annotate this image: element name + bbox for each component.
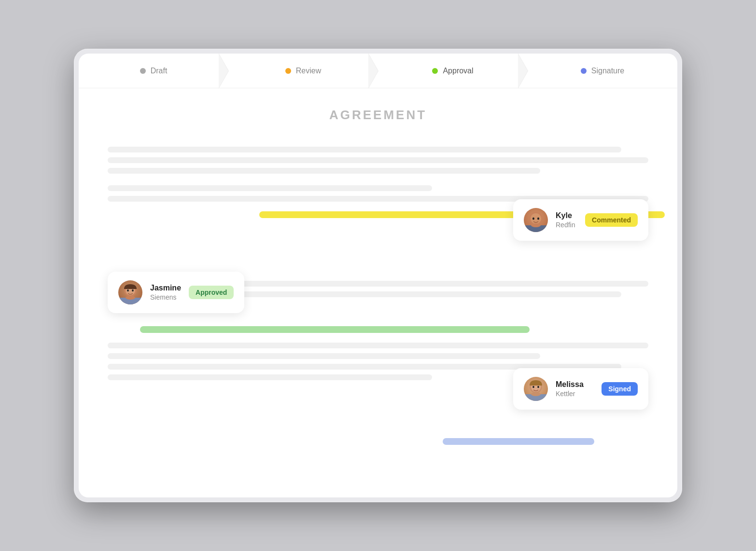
text-line <box>108 168 540 174</box>
text-line <box>108 147 621 152</box>
avatar-kyle <box>524 208 548 232</box>
avatar-jasmine <box>118 280 142 304</box>
stepper: Draft Review Approval Signature <box>79 54 677 88</box>
svg-point-3 <box>537 218 539 220</box>
kyle-info: Kyle Redfin <box>556 211 577 229</box>
approval-dot <box>432 68 438 74</box>
melissa-info: Melissa Kettler <box>556 380 594 398</box>
screen: Draft Review Approval Signature AGREEMEN… <box>79 54 677 497</box>
signature-dot <box>581 68 587 74</box>
svg-point-9 <box>132 289 134 291</box>
text-line <box>108 374 432 380</box>
jasmine-company: Siemens <box>150 293 181 301</box>
step-draft[interactable]: Draft <box>79 54 228 88</box>
svg-point-14 <box>532 386 534 388</box>
text-line <box>108 185 432 191</box>
svg-point-8 <box>127 289 129 291</box>
svg-point-15 <box>537 386 539 388</box>
card-melissa: Melissa Kettler Signed <box>513 368 648 410</box>
approval-label: Approval <box>443 67 473 75</box>
step-approval[interactable]: Approval <box>378 54 528 88</box>
highlight-bar-blue <box>443 438 594 445</box>
card-kyle: Kyle Redfin Commented <box>513 199 648 241</box>
melissa-name: Melissa <box>556 380 594 389</box>
device-frame: Draft Review Approval Signature AGREEMEN… <box>74 49 682 502</box>
signature-label: Signature <box>591 67 625 75</box>
draft-label: Draft <box>151 67 168 75</box>
avatar-melissa <box>524 377 548 401</box>
kyle-name: Kyle <box>556 211 577 220</box>
text-line <box>108 353 540 359</box>
draft-dot <box>140 68 146 74</box>
step-review[interactable]: Review <box>228 54 378 88</box>
jasmine-info: Jasmine Siemens <box>150 284 181 301</box>
jasmine-name: Jasmine <box>150 284 181 292</box>
doc-section-1 <box>108 147 648 174</box>
highlight-bar-green <box>140 326 529 333</box>
document-content: AGREEMENT <box>79 88 677 497</box>
svg-point-5 <box>531 223 541 227</box>
svg-point-11 <box>126 296 135 300</box>
svg-point-2 <box>532 218 534 220</box>
jasmine-badge: Approved <box>189 286 234 299</box>
text-line <box>108 157 648 163</box>
card-jasmine: Jasmine Siemens Approved <box>108 272 244 313</box>
kyle-company: Redfin <box>556 221 577 229</box>
melissa-badge: Signed <box>602 382 638 396</box>
document-title: AGREEMENT <box>108 108 648 123</box>
review-label: Review <box>296 67 321 75</box>
svg-point-17 <box>531 392 541 396</box>
kyle-badge: Commented <box>585 213 638 227</box>
step-signature[interactable]: Signature <box>528 54 677 88</box>
text-line <box>108 343 648 348</box>
review-dot <box>285 68 291 74</box>
melissa-company: Kettler <box>556 390 594 398</box>
